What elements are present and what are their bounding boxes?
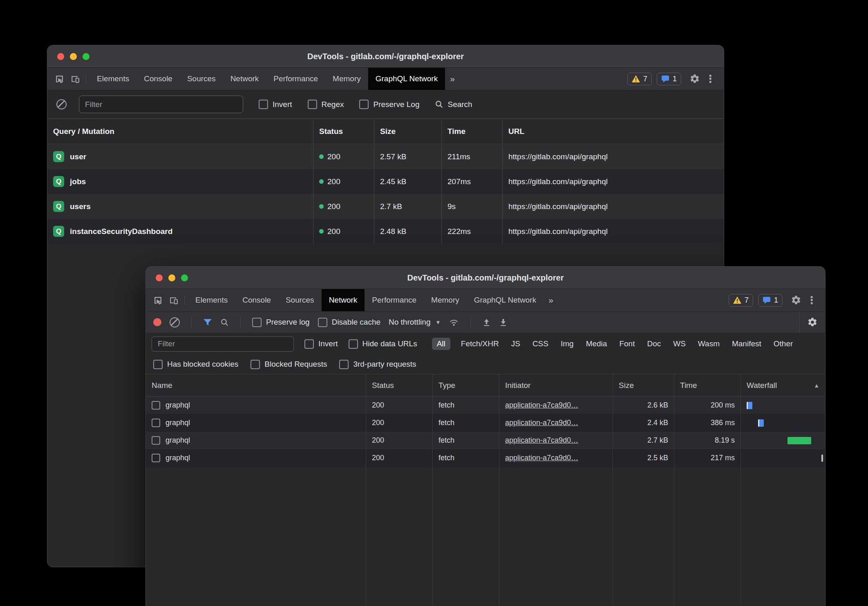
chip-ws[interactable]: WS — [671, 338, 687, 350]
warnings-badge[interactable]: 7 — [627, 73, 652, 85]
tab-network[interactable]: Network — [322, 289, 365, 311]
cell-waterfall — [740, 432, 825, 449]
tab-elements[interactable]: Elements — [188, 289, 235, 311]
issues-badge[interactable]: 1 — [758, 294, 783, 307]
network-settings-gear-icon[interactable] — [807, 317, 818, 328]
table-row[interactable]: graphql 200 fetch application-a7ca9d0… 2… — [146, 449, 825, 467]
cell-status: 200 — [313, 169, 374, 194]
invert-checkbox[interactable] — [304, 339, 314, 349]
export-har-icon[interactable] — [499, 318, 508, 327]
warnings-badge[interactable]: 7 — [729, 294, 753, 307]
request-checkbox[interactable] — [152, 454, 160, 462]
more-tabs-button[interactable]: » — [445, 68, 460, 90]
table-row[interactable]: Q instanceSecurityDashboard 200 2.48 kB … — [47, 219, 724, 244]
kebab-menu-icon[interactable]: ⋮ — [804, 292, 819, 308]
chip-all[interactable]: All — [432, 338, 450, 350]
table-row[interactable]: Q users 200 2.7 kB 9s https://gitlab.com… — [47, 194, 724, 219]
cell-waterfall — [740, 414, 825, 432]
waterfall-bar — [821, 454, 823, 462]
chip-media[interactable]: Media — [584, 338, 609, 350]
record-icon[interactable] — [153, 318, 161, 326]
chip-img[interactable]: Img — [559, 338, 575, 350]
cell-status: 200 — [366, 397, 432, 414]
col-header-status[interactable]: Status — [366, 374, 432, 396]
col-header-size[interactable]: Size — [374, 119, 441, 144]
issues-badge[interactable]: 1 — [657, 73, 681, 85]
request-checkbox[interactable] — [152, 436, 160, 445]
blocked-requests-checkbox[interactable] — [251, 360, 260, 369]
chip-fetch-xhr[interactable]: Fetch/XHR — [459, 338, 501, 350]
tab-graphql-network[interactable]: GraphQL Network — [368, 68, 445, 90]
tab-performance[interactable]: Performance — [365, 289, 424, 311]
initiator-link[interactable]: application-a7ca9d0… — [505, 419, 578, 427]
chip-wasm[interactable]: Wasm — [696, 338, 721, 350]
tab-sources[interactable]: Sources — [180, 68, 223, 90]
clear-icon[interactable] — [56, 99, 67, 109]
chip-manifest[interactable]: Manifest — [730, 338, 763, 350]
tab-memory[interactable]: Memory — [325, 68, 368, 90]
chip-font[interactable]: Font — [617, 338, 636, 350]
table-row[interactable]: Q user 200 2.57 kB 211ms https://gitlab.… — [47, 144, 724, 169]
more-tabs-button[interactable]: » — [544, 289, 558, 311]
preserve-log-checkbox[interactable] — [252, 318, 262, 327]
table-row[interactable]: graphql 200 fetch application-a7ca9d0… 2… — [146, 414, 825, 432]
search-toggle[interactable]: Search — [435, 100, 472, 109]
device-toolbar-icon[interactable] — [67, 71, 83, 87]
request-checkbox[interactable] — [152, 419, 160, 427]
col-header-status[interactable]: Status — [313, 119, 374, 144]
preserve-log-checkbox[interactable] — [359, 100, 369, 109]
chip-js[interactable]: JS — [510, 338, 522, 350]
chip-other[interactable]: Other — [772, 338, 795, 350]
clear-icon[interactable] — [170, 317, 180, 328]
kebab-menu-icon[interactable]: ⋮ — [702, 71, 718, 87]
hide-data-urls-checkbox[interactable] — [349, 339, 358, 349]
tab-memory[interactable]: Memory — [424, 289, 467, 311]
tab-elements[interactable]: Elements — [89, 68, 136, 90]
search-icon[interactable] — [220, 318, 229, 327]
disable-cache-checkbox[interactable] — [318, 318, 327, 327]
network-filter-input[interactable] — [152, 336, 294, 352]
tab-console[interactable]: Console — [136, 68, 180, 90]
table-row[interactable]: Q jobs 200 2.45 kB 207ms https://gitlab.… — [47, 169, 724, 194]
initiator-link[interactable]: application-a7ca9d0… — [505, 454, 578, 462]
filter-funnel-icon[interactable] — [203, 319, 212, 326]
initiator-link[interactable]: application-a7ca9d0… — [505, 401, 578, 410]
window-title: DevTools - gitlab.com/-/graphql-explorer — [47, 52, 724, 61]
regex-checkbox[interactable] — [308, 100, 317, 109]
network-conditions-icon[interactable] — [449, 318, 459, 327]
col-header-initiator[interactable]: Initiator — [499, 374, 613, 396]
tab-graphql-network[interactable]: GraphQL Network — [467, 289, 544, 311]
col-header-type[interactable]: Type — [432, 374, 499, 396]
inspect-element-icon[interactable] — [150, 292, 166, 308]
col-header-waterfall[interactable]: Waterfall ▲ — [740, 374, 825, 396]
settings-gear-icon[interactable] — [687, 71, 702, 87]
invert-checkbox[interactable] — [259, 100, 268, 109]
tab-performance[interactable]: Performance — [266, 68, 325, 90]
import-har-icon[interactable] — [482, 318, 491, 327]
col-header-url[interactable]: URL — [502, 119, 724, 144]
table-row[interactable]: graphql 200 fetch application-a7ca9d0… 2… — [146, 432, 825, 449]
settings-gear-icon[interactable] — [788, 292, 804, 308]
device-toolbar-icon[interactable] — [166, 292, 181, 308]
tab-console[interactable]: Console — [235, 289, 278, 311]
tab-network[interactable]: Network — [223, 68, 266, 90]
col-header-query-mutation[interactable]: Query / Mutation — [47, 119, 313, 144]
tab-sources[interactable]: Sources — [278, 289, 322, 311]
request-checkbox[interactable] — [152, 401, 160, 410]
has-blocked-cookies-checkbox[interactable] — [153, 360, 163, 369]
col-header-time[interactable]: Time — [674, 374, 740, 396]
inspect-element-icon[interactable] — [51, 71, 67, 87]
chip-css[interactable]: CSS — [531, 338, 550, 350]
invert-checkbox-label: Invert — [304, 339, 338, 349]
cell-status: 200 — [313, 194, 374, 219]
col-header-size[interactable]: Size — [613, 374, 674, 396]
col-header-name[interactable]: Name — [146, 374, 366, 396]
col-header-time[interactable]: Time — [441, 119, 502, 144]
initiator-link[interactable]: application-a7ca9d0… — [505, 436, 578, 445]
table-row[interactable]: graphql 200 fetch application-a7ca9d0… 2… — [146, 397, 825, 414]
chip-doc[interactable]: Doc — [645, 338, 662, 350]
third-party-requests-checkbox[interactable] — [339, 360, 349, 369]
regex-checkbox-label: Regex — [308, 100, 344, 109]
filter-input[interactable] — [79, 96, 243, 113]
throttling-select[interactable]: No throttling ▼ — [389, 318, 441, 327]
